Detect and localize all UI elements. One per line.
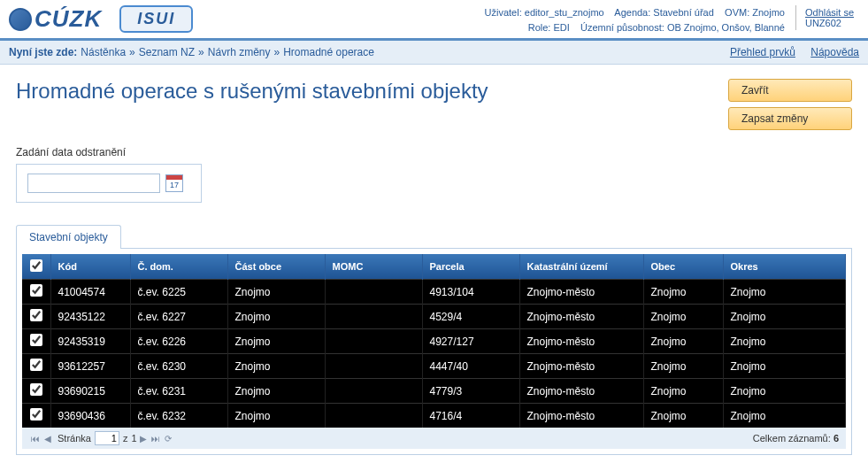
cell-kod: 93690436	[50, 404, 130, 428]
tab-stavebni-objekty[interactable]: Stavební objekty	[16, 225, 121, 249]
header-info: Uživatel: editor_stu_znojmo Agenda: Stav…	[485, 5, 785, 35]
breadcrumb-item[interactable]: Návrh změny	[208, 46, 271, 58]
tab-panel: Kód Č. dom. Část obce MOMC Parcela Katas…	[16, 248, 852, 455]
agenda-label: Agenda:	[614, 7, 650, 18]
col-cdom[interactable]: Č. dom.	[130, 254, 227, 280]
row-checkbox[interactable]	[30, 408, 42, 421]
cell-cast: Znojmo	[227, 379, 325, 404]
cell-ku: Znojmo-město	[519, 379, 643, 404]
cell-momc	[325, 404, 422, 428]
pager-page-input[interactable]	[95, 431, 119, 445]
breadcrumb-item[interactable]: Seznam NZ	[139, 46, 195, 58]
cell-cdom: č.ev. 6225	[130, 280, 227, 305]
ovm-label: OVM:	[725, 7, 749, 18]
cell-kod: 92435122	[50, 305, 130, 329]
table-row[interactable]: 93612257č.ev. 6230Znojmo4447/40Znojmo-mě…	[22, 354, 846, 379]
cell-cdom: č.ev. 6232	[130, 404, 227, 428]
cell-ku: Znojmo-město	[519, 280, 643, 305]
pager-page-label: Stránka	[58, 433, 91, 444]
col-momc[interactable]: MOMC	[325, 254, 422, 280]
calendar-icon[interactable]	[165, 174, 183, 192]
row-checkbox[interactable]	[30, 359, 42, 371]
pager-of-label: z	[123, 433, 128, 444]
row-checkbox[interactable]	[30, 309, 42, 321]
breadcrumb-bar: Nyní jste zde: Nástěnka » Seznam NZ » Ná…	[0, 41, 868, 65]
breadcrumb-prefix: Nyní jste zde:	[9, 46, 77, 58]
refresh-icon[interactable]: ⟳	[162, 432, 174, 444]
logo-cuzk: CÚZK	[9, 5, 102, 33]
role-value: EDI	[553, 22, 569, 33]
page-title: Hromadné operace s rušenými stavebními o…	[16, 79, 728, 104]
overview-link[interactable]: Přehled prvků	[730, 46, 795, 58]
cell-okres: Znojmo	[723, 379, 846, 404]
cell-ku: Znojmo-město	[519, 354, 643, 379]
cell-parcela: 4779/3	[422, 379, 519, 404]
table-row[interactable]: 93690436č.ev. 6232Znojmo4716/4Znojmo-měs…	[22, 404, 846, 428]
col-check	[22, 254, 50, 280]
logo-isui: ISUI	[119, 5, 193, 33]
cell-cast: Znojmo	[227, 354, 325, 379]
cell-kod: 93612257	[50, 354, 130, 379]
save-button[interactable]: Zapsat změny	[728, 107, 852, 130]
select-all-checkbox[interactable]	[30, 259, 42, 272]
cell-parcela: 4913/104	[422, 280, 519, 305]
removal-date-input[interactable]	[27, 174, 160, 193]
cell-obec: Znojmo	[643, 305, 723, 329]
cell-cdom: č.ev. 6230	[130, 354, 227, 379]
prev-page-icon[interactable]: ◀	[42, 432, 54, 444]
next-page-icon[interactable]: ▶	[137, 432, 150, 444]
cell-parcela: 4927/127	[422, 329, 519, 354]
help-link[interactable]: Nápověda	[810, 46, 859, 58]
table-header-row: Kód Č. dom. Část obce MOMC Parcela Katas…	[22, 254, 846, 280]
globe-icon	[9, 8, 32, 31]
pager-total-label: Celkem záznamů:	[753, 433, 831, 444]
cell-parcela: 4529/4	[422, 305, 519, 329]
col-obec[interactable]: Obec	[643, 254, 723, 280]
logout-link[interactable]: Odhlásit se	[805, 7, 854, 18]
agenda-value: Stavební úřad	[653, 7, 714, 18]
cell-kod: 92435319	[50, 329, 130, 354]
col-kod[interactable]: Kód	[50, 254, 130, 280]
cell-momc	[325, 305, 422, 329]
close-button[interactable]: Zavřít	[728, 79, 852, 102]
col-cast[interactable]: Část obce	[227, 254, 325, 280]
cell-okres: Znojmo	[723, 305, 846, 329]
last-page-icon[interactable]: ⏭	[150, 432, 162, 444]
cell-ku: Znojmo-město	[519, 305, 643, 329]
cell-obec: Znojmo	[643, 379, 723, 404]
scope-value: OB Znojmo, Onšov, Blanné	[667, 22, 785, 33]
cell-kod: 93690215	[50, 379, 130, 404]
cell-okres: Znojmo	[723, 404, 846, 428]
cell-okres: Znojmo	[723, 329, 846, 354]
table-row[interactable]: 41004574č.ev. 6225Znojmo4913/104Znojmo-m…	[22, 280, 846, 305]
col-parcela[interactable]: Parcela	[422, 254, 519, 280]
cell-cdom: č.ev. 6231	[130, 379, 227, 404]
cell-momc	[325, 379, 422, 404]
chevron-right-icon: »	[129, 46, 135, 58]
logout-code: UNZ602	[805, 18, 841, 28]
first-page-icon[interactable]: ⏮	[29, 432, 42, 444]
table-row[interactable]: 92435319č.ev. 6226Znojmo4927/127Znojmo-m…	[22, 329, 846, 354]
pager: ⏮ ◀ Stránka z 1 ▶ ⏭ ⟳ Celkem záznamů: 6	[22, 428, 846, 449]
breadcrumb-item[interactable]: Nástěnka	[81, 46, 126, 58]
row-checkbox[interactable]	[30, 284, 42, 297]
row-checkbox[interactable]	[30, 383, 42, 396]
scope-label: Územní působnost:	[580, 22, 664, 33]
table-row[interactable]: 92435122č.ev. 6227Znojmo4529/4Znojmo-měs…	[22, 305, 846, 329]
cell-kod: 41004574	[50, 280, 130, 305]
tabs: Stavební objekty Kód Č. dom. Část obce M	[16, 224, 852, 455]
chevron-right-icon: »	[198, 46, 204, 58]
date-section-label: Zadání data odstranění	[16, 146, 852, 158]
logout-box: Odhlásit se UNZ602	[795, 5, 859, 30]
app-header: CÚZK ISUI Uživatel: editor_stu_znojmo Ag…	[0, 0, 868, 41]
pager-total-count: 6	[833, 433, 839, 444]
user-label: Uživatel:	[485, 7, 522, 18]
cell-cdom: č.ev. 6226	[130, 329, 227, 354]
col-ku[interactable]: Katastrální území	[519, 254, 643, 280]
table-row[interactable]: 93690215č.ev. 6231Znojmo4779/3Znojmo-měs…	[22, 379, 846, 404]
col-okres[interactable]: Okres	[723, 254, 846, 280]
cell-ku: Znojmo-město	[519, 404, 643, 428]
ovm-value: Znojmo	[752, 7, 785, 18]
row-checkbox[interactable]	[30, 334, 42, 346]
cell-parcela: 4716/4	[422, 404, 519, 428]
